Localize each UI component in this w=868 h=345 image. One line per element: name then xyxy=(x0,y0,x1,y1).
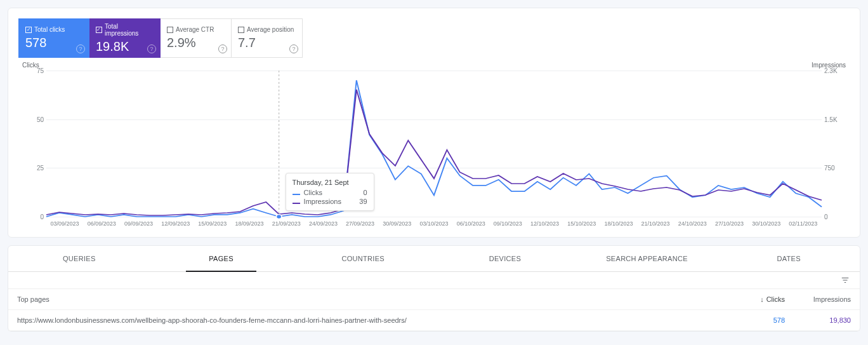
kpi-label: Average position xyxy=(247,26,294,33)
chart-area: Clicks Impressions Thursday, 21 Sept Cli… xyxy=(8,58,860,237)
checkbox-icon xyxy=(25,27,32,33)
kpi-value: 2.9% xyxy=(167,36,225,50)
chart-plot[interactable]: Thursday, 21 Sept Clicks 0 Impressions 3… xyxy=(46,71,822,217)
cell-clicks: 578 xyxy=(740,316,785,324)
filter-icon[interactable] xyxy=(839,276,851,285)
tab-devices[interactable]: DEVICES xyxy=(434,246,576,271)
checkbox-icon xyxy=(238,27,244,33)
chart-tooltip: Thursday, 21 Sept Clicks 0 Impressions 3… xyxy=(286,173,374,211)
tooltip-clicks-label: Clicks xyxy=(304,189,322,196)
table-row[interactable]: https://www.londonbusinessnews.com/wellb… xyxy=(8,310,860,331)
svg-point-1 xyxy=(276,215,282,219)
col-header-clicks-label: Clicks xyxy=(766,295,785,303)
filters-row xyxy=(8,272,860,289)
cell-page: https://www.londonbusinessnews.com/wellb… xyxy=(17,316,732,324)
performance-panel: Total clicks 578 ? Total impressions 19.… xyxy=(8,8,860,238)
kpi-value: 19.8K xyxy=(96,39,154,54)
tooltip-clicks-value: 0 xyxy=(363,189,367,196)
help-icon[interactable]: ? xyxy=(289,44,298,53)
tooltip-swatch-clicks xyxy=(293,194,300,195)
table-header: Top pages ↓ Clicks Impressions xyxy=(8,289,860,310)
kpi-label: Total impressions xyxy=(105,23,154,37)
col-header-impressions[interactable]: Impressions xyxy=(794,295,851,303)
kpi-label: Average CTR xyxy=(176,26,214,33)
sort-desc-icon: ↓ xyxy=(760,295,764,303)
chart-svg xyxy=(46,71,822,217)
tab-appearance[interactable]: SEARCH APPEARANCE xyxy=(576,246,718,271)
tooltip-impr-label: Impressions xyxy=(304,198,341,205)
help-icon[interactable]: ? xyxy=(76,44,85,53)
kpi-value: 578 xyxy=(25,36,82,50)
table-body: https://www.londonbusinessnews.com/wellb… xyxy=(8,310,860,331)
cell-impressions: 19,830 xyxy=(794,316,851,324)
tab-dates[interactable]: DATES xyxy=(718,246,860,271)
x-axis: 03/09/202306/09/202309/09/202312/09/2023… xyxy=(46,220,822,227)
kpi-total-impressions[interactable]: Total impressions 19.8K ? xyxy=(89,18,161,58)
tooltip-swatch-impr xyxy=(293,203,300,204)
kpi-average-position[interactable]: Average position 7.7 ? xyxy=(232,18,303,58)
help-icon[interactable]: ? xyxy=(218,44,227,53)
tabs: QUERIES PAGES COUNTRIES DEVICES SEARCH A… xyxy=(8,246,860,272)
col-header-page: Top pages xyxy=(17,295,732,303)
kpi-total-clicks[interactable]: Total clicks 578 ? xyxy=(18,18,89,58)
col-header-clicks[interactable]: ↓ Clicks xyxy=(740,295,785,303)
tooltip-date: Thursday, 21 Sept xyxy=(293,179,367,186)
kpi-value: 7.7 xyxy=(238,36,296,50)
kpi-row: Total clicks 578 ? Total impressions 19.… xyxy=(8,8,860,58)
checkbox-icon xyxy=(96,27,102,33)
kpi-average-ctr[interactable]: Average CTR 2.9% ? xyxy=(161,18,232,58)
tooltip-impr-value: 39 xyxy=(359,198,367,205)
tab-pages[interactable]: PAGES xyxy=(150,246,293,271)
kpi-label: Total clicks xyxy=(34,26,65,33)
checkbox-icon xyxy=(167,27,173,33)
tab-countries[interactable]: COUNTRIES xyxy=(292,246,434,271)
tab-queries[interactable]: QUERIES xyxy=(8,246,150,271)
help-icon[interactable]: ? xyxy=(147,44,156,53)
breakdown-panel: QUERIES PAGES COUNTRIES DEVICES SEARCH A… xyxy=(8,245,860,332)
